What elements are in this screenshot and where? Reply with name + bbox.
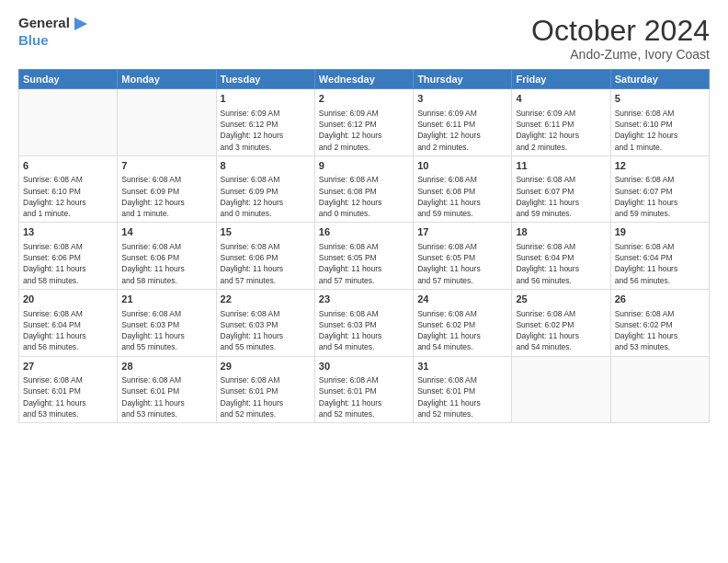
table-row: 16Sunrise: 6:08 AM Sunset: 6:05 PM Dayli…: [314, 223, 413, 290]
table-row: 4Sunrise: 6:09 AM Sunset: 6:11 PM Daylig…: [512, 89, 610, 156]
day-info: Sunrise: 6:08 AM Sunset: 6:06 PM Dayligh…: [23, 241, 113, 286]
day-info: Sunrise: 6:08 AM Sunset: 6:01 PM Dayligh…: [417, 374, 507, 419]
table-row: 27Sunrise: 6:08 AM Sunset: 6:01 PM Dayli…: [19, 356, 118, 423]
day-number: 31: [417, 360, 507, 373]
table-row: 22Sunrise: 6:08 AM Sunset: 6:03 PM Dayli…: [216, 290, 314, 357]
table-row: 11Sunrise: 6:08 AM Sunset: 6:07 PM Dayli…: [512, 155, 610, 223]
table-row: 25Sunrise: 6:08 AM Sunset: 6:02 PM Dayli…: [512, 290, 610, 357]
header: General Blue October 2024 Ando-Zume, Ivo…: [18, 15, 710, 62]
day-number: 25: [516, 293, 606, 306]
table-row: 26Sunrise: 6:08 AM Sunset: 6:02 PM Dayli…: [610, 290, 709, 357]
table-row: 7Sunrise: 6:08 AM Sunset: 6:09 PM Daylig…: [118, 155, 216, 223]
table-row: 6Sunrise: 6:08 AM Sunset: 6:10 PM Daylig…: [19, 155, 118, 223]
day-info: Sunrise: 6:08 AM Sunset: 6:02 PM Dayligh…: [615, 308, 705, 353]
table-row: 10Sunrise: 6:08 AM Sunset: 6:08 PM Dayli…: [414, 155, 512, 223]
logo-arrow-icon: [71, 16, 87, 32]
day-number: 1: [221, 92, 311, 106]
day-info: Sunrise: 6:09 AM Sunset: 6:12 PM Dayligh…: [221, 108, 311, 153]
day-number: 29: [221, 360, 311, 373]
day-info: Sunrise: 6:08 AM Sunset: 6:05 PM Dayligh…: [319, 241, 409, 286]
day-info: Sunrise: 6:08 AM Sunset: 6:10 PM Dayligh…: [615, 108, 705, 153]
table-row: 19Sunrise: 6:08 AM Sunset: 6:04 PM Dayli…: [610, 223, 709, 290]
table-row: 2Sunrise: 6:09 AM Sunset: 6:12 PM Daylig…: [314, 89, 413, 156]
day-number: 22: [221, 293, 311, 306]
day-info: Sunrise: 6:08 AM Sunset: 6:08 PM Dayligh…: [417, 174, 507, 219]
table-row: 17Sunrise: 6:08 AM Sunset: 6:05 PM Dayli…: [414, 223, 512, 290]
day-number: 18: [516, 225, 606, 239]
table-row: 12Sunrise: 6:08 AM Sunset: 6:07 PM Dayli…: [610, 155, 709, 223]
table-row: 13Sunrise: 6:08 AM Sunset: 6:06 PM Dayli…: [19, 223, 118, 290]
day-number: 28: [121, 360, 211, 373]
table-row: [610, 356, 709, 423]
day-info: Sunrise: 6:08 AM Sunset: 6:05 PM Dayligh…: [417, 241, 507, 286]
day-number: 23: [319, 293, 409, 306]
header-sunday: Sunday: [19, 70, 118, 89]
table-row: 29Sunrise: 6:08 AM Sunset: 6:01 PM Dayli…: [216, 356, 314, 423]
svg-marker-0: [74, 17, 87, 30]
day-number: 13: [23, 225, 113, 239]
day-number: 14: [121, 225, 211, 239]
day-info: Sunrise: 6:08 AM Sunset: 6:03 PM Dayligh…: [319, 308, 409, 353]
logo-wordmark: General Blue: [18, 15, 87, 48]
month-title: October 2024: [531, 15, 710, 47]
table-row: 14Sunrise: 6:08 AM Sunset: 6:06 PM Dayli…: [118, 223, 216, 290]
day-number: 2: [319, 92, 409, 106]
header-saturday: Saturday: [610, 70, 709, 89]
day-number: 9: [319, 159, 409, 173]
calendar-week-row: 20Sunrise: 6:08 AM Sunset: 6:04 PM Dayli…: [19, 290, 710, 357]
table-row: 3Sunrise: 6:09 AM Sunset: 6:11 PM Daylig…: [414, 89, 512, 156]
table-row: 24Sunrise: 6:08 AM Sunset: 6:02 PM Dayli…: [414, 290, 512, 357]
table-row: 31Sunrise: 6:08 AM Sunset: 6:01 PM Dayli…: [414, 356, 512, 423]
header-tuesday: Tuesday: [216, 70, 314, 89]
day-info: Sunrise: 6:09 AM Sunset: 6:11 PM Dayligh…: [417, 108, 507, 153]
day-info: Sunrise: 6:08 AM Sunset: 6:04 PM Dayligh…: [516, 241, 606, 286]
table-row: 23Sunrise: 6:08 AM Sunset: 6:03 PM Dayli…: [314, 290, 413, 357]
day-info: Sunrise: 6:08 AM Sunset: 6:01 PM Dayligh…: [23, 374, 113, 419]
day-number: 11: [516, 159, 606, 173]
table-row: 28Sunrise: 6:08 AM Sunset: 6:01 PM Dayli…: [118, 356, 216, 423]
day-number: 21: [121, 293, 211, 306]
day-info: Sunrise: 6:09 AM Sunset: 6:12 PM Dayligh…: [319, 108, 409, 153]
table-row: 18Sunrise: 6:08 AM Sunset: 6:04 PM Dayli…: [512, 223, 610, 290]
day-number: 12: [615, 159, 705, 173]
table-row: 21Sunrise: 6:08 AM Sunset: 6:03 PM Dayli…: [118, 290, 216, 357]
day-info: Sunrise: 6:08 AM Sunset: 6:06 PM Dayligh…: [221, 241, 311, 286]
header-monday: Monday: [118, 70, 216, 89]
day-info: Sunrise: 6:08 AM Sunset: 6:09 PM Dayligh…: [221, 174, 311, 219]
day-number: 20: [23, 293, 113, 306]
day-info: Sunrise: 6:08 AM Sunset: 6:04 PM Dayligh…: [615, 241, 705, 286]
day-number: 7: [121, 159, 211, 173]
day-number: 8: [221, 159, 311, 173]
day-number: 17: [417, 225, 507, 239]
day-number: 10: [417, 159, 507, 173]
day-number: 26: [615, 293, 705, 306]
table-row: 1Sunrise: 6:09 AM Sunset: 6:12 PM Daylig…: [216, 89, 314, 156]
day-number: 15: [221, 225, 311, 239]
header-wednesday: Wednesday: [314, 70, 413, 89]
day-info: Sunrise: 6:09 AM Sunset: 6:11 PM Dayligh…: [516, 108, 606, 153]
table-row: 5Sunrise: 6:08 AM Sunset: 6:10 PM Daylig…: [610, 89, 709, 156]
table-row: 9Sunrise: 6:08 AM Sunset: 6:08 PM Daylig…: [314, 155, 413, 223]
table-row: 8Sunrise: 6:08 AM Sunset: 6:09 PM Daylig…: [216, 155, 314, 223]
day-info: Sunrise: 6:08 AM Sunset: 6:04 PM Dayligh…: [23, 308, 113, 353]
day-number: 19: [615, 225, 705, 239]
header-thursday: Thursday: [414, 70, 512, 89]
title-block: October 2024 Ando-Zume, Ivory Coast: [531, 15, 710, 62]
day-number: 16: [319, 225, 409, 239]
day-number: 30: [319, 360, 409, 373]
day-number: 6: [23, 159, 113, 173]
calendar-week-row: 13Sunrise: 6:08 AM Sunset: 6:06 PM Dayli…: [19, 223, 710, 290]
day-info: Sunrise: 6:08 AM Sunset: 6:09 PM Dayligh…: [121, 174, 211, 219]
day-number: 3: [417, 92, 507, 106]
table-row: [19, 89, 118, 156]
table-row: 30Sunrise: 6:08 AM Sunset: 6:01 PM Dayli…: [314, 356, 413, 423]
day-number: 5: [615, 92, 705, 106]
day-info: Sunrise: 6:08 AM Sunset: 6:01 PM Dayligh…: [121, 374, 211, 419]
day-info: Sunrise: 6:08 AM Sunset: 6:06 PM Dayligh…: [121, 241, 211, 286]
table-row: 20Sunrise: 6:08 AM Sunset: 6:04 PM Dayli…: [19, 290, 118, 357]
header-friday: Friday: [512, 70, 610, 89]
day-info: Sunrise: 6:08 AM Sunset: 6:08 PM Dayligh…: [319, 174, 409, 219]
day-info: Sunrise: 6:08 AM Sunset: 6:01 PM Dayligh…: [319, 374, 409, 419]
day-info: Sunrise: 6:08 AM Sunset: 6:01 PM Dayligh…: [221, 374, 311, 419]
calendar-week-row: 6Sunrise: 6:08 AM Sunset: 6:10 PM Daylig…: [19, 155, 710, 223]
